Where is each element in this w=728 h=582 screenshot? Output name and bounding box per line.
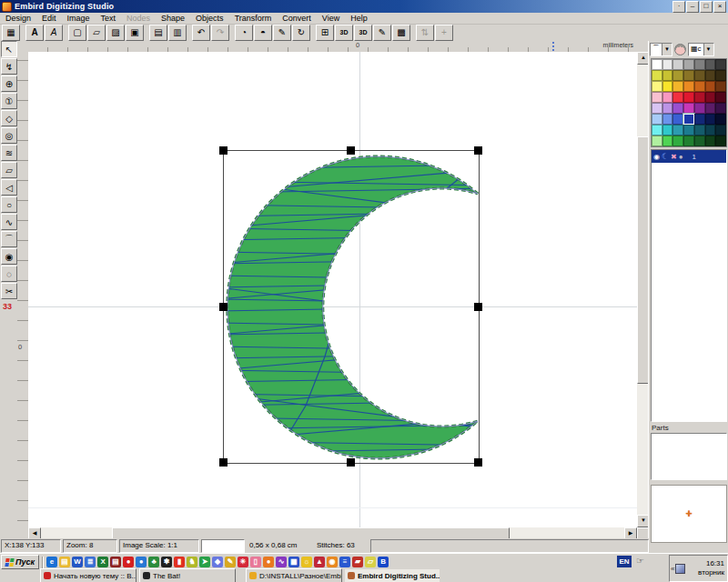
quick-launch-icon[interactable]: W xyxy=(72,557,83,567)
quick-launch-icon[interactable]: ▦ xyxy=(288,557,299,567)
object-layer-list[interactable]: ◉ ☾ ✖ ● 1 xyxy=(651,149,727,422)
color-swatch[interactable] xyxy=(683,70,694,81)
select-tool[interactable]: ↖ xyxy=(1,41,17,57)
vertical-scrollbar[interactable]: ▲ ▼ xyxy=(637,52,648,527)
menu-convert[interactable]: Convert xyxy=(277,13,317,24)
color-swatch[interactable] xyxy=(662,103,673,114)
quick-launch-icon[interactable]: ◉ xyxy=(327,557,338,567)
quick-launch-icon[interactable]: ● xyxy=(263,557,274,567)
color-swatch[interactable] xyxy=(683,81,694,92)
tray-app-icon[interactable] xyxy=(675,564,685,574)
color-swatch[interactable] xyxy=(715,125,726,135)
color-swatch[interactable] xyxy=(672,103,683,114)
color-swatch[interactable] xyxy=(652,114,662,125)
color-swatch[interactable] xyxy=(652,81,662,92)
menu-shape[interactable]: Shape xyxy=(156,13,190,24)
quick-launch-icon[interactable]: ▤ xyxy=(110,557,121,567)
quick-launch-icon[interactable]: ∿ xyxy=(276,557,287,567)
selection-handle[interactable] xyxy=(219,146,228,155)
color-swatch[interactable] xyxy=(652,92,662,103)
quick-launch-icon[interactable]: ▯ xyxy=(250,557,261,567)
color-swatch[interactable] xyxy=(683,92,694,103)
outline-shape-tool[interactable]: ○ xyxy=(1,196,17,213)
quick-launch-icon[interactable]: ✎ xyxy=(225,557,236,567)
quick-launch-icon[interactable]: ≣ xyxy=(85,557,96,567)
menu-design[interactable]: Design xyxy=(0,13,36,24)
menu-view[interactable]: View xyxy=(317,13,345,24)
open-design-button[interactable]: ▱ xyxy=(87,25,106,41)
color-swatch[interactable] xyxy=(705,135,716,146)
color-swatch[interactable] xyxy=(694,81,705,92)
taskbar-window-button[interactable]: D:\INSTALL\Разное\Embird xyxy=(246,568,342,582)
close-button[interactable]: × xyxy=(713,1,726,13)
quick-launch-icon[interactable]: e xyxy=(46,557,57,567)
column-arrow-tool[interactable]: ◁ xyxy=(1,179,17,196)
fill-hatch-tool[interactable]: ≋ xyxy=(1,145,17,161)
menu-image[interactable]: Image xyxy=(62,13,96,24)
menu-objects[interactable]: Objects xyxy=(190,13,229,24)
color-swatch[interactable] xyxy=(705,92,716,103)
taskbar-window-button[interactable]: The Bat! xyxy=(139,568,236,582)
help-button[interactable]: · xyxy=(672,1,685,13)
layer-row-selected[interactable]: ◉ ☾ ✖ ● 1 xyxy=(652,150,726,163)
color-swatch[interactable] xyxy=(672,81,683,92)
color-swatch[interactable] xyxy=(694,59,705,70)
view-3d-stitches-button[interactable]: 3D xyxy=(354,25,372,41)
color-swatch[interactable] xyxy=(672,114,683,125)
window-mode-button[interactable]: ⊞ xyxy=(316,25,334,41)
quick-launch-icon[interactable]: ▮ xyxy=(174,557,185,567)
color-swatch[interactable] xyxy=(705,70,716,81)
zoom-1-1-tool[interactable]: ① xyxy=(1,93,17,109)
parts-list[interactable] xyxy=(651,433,727,480)
regenerate-button[interactable]: ↻ xyxy=(292,25,310,41)
color-swatch[interactable] xyxy=(662,59,673,70)
color-swatch[interactable] xyxy=(672,125,683,135)
text-normal-button[interactable]: A xyxy=(25,25,44,41)
density-edit-button[interactable]: ✎ xyxy=(273,25,291,41)
chevron-down-icon[interactable]: ▼ xyxy=(703,44,713,55)
color-swatch[interactable] xyxy=(694,92,705,103)
color-swatch[interactable] xyxy=(662,114,673,125)
pattern-combo[interactable]: ▦c ▼ xyxy=(688,43,714,56)
satin-stitch-tool[interactable]: ∿ xyxy=(1,214,17,230)
edit-nodes-tool[interactable]: ↯ xyxy=(1,58,17,75)
color-swatch[interactable] xyxy=(705,125,716,135)
color-swatch[interactable] xyxy=(694,70,705,81)
chevron-down-icon[interactable]: ▼ xyxy=(662,44,672,55)
menu-text[interactable]: Text xyxy=(96,13,122,24)
ghost-shape-tool[interactable]: ◌ xyxy=(1,266,17,282)
text-italic-button[interactable]: A xyxy=(45,25,63,41)
view-3d-button[interactable]: 3D xyxy=(335,25,353,41)
selection-handle[interactable] xyxy=(474,303,482,311)
selection-handle[interactable] xyxy=(347,146,355,155)
color-swatch[interactable] xyxy=(652,70,662,81)
color-swatch[interactable] xyxy=(705,59,716,70)
selection-handle[interactable] xyxy=(219,303,228,311)
quick-launch-icon[interactable]: ♞ xyxy=(187,557,197,567)
fill-shape-tool[interactable]: ◇ xyxy=(1,110,17,126)
curve-style-combo[interactable]: ⌒ ▼ xyxy=(650,43,672,56)
color-swatch[interactable] xyxy=(715,92,726,103)
color-swatch[interactable] xyxy=(662,81,673,92)
quick-launch-icon[interactable]: ➤ xyxy=(199,557,210,567)
color-swatch[interactable] xyxy=(672,92,683,103)
quick-launch-icon[interactable]: ✱ xyxy=(161,557,172,567)
color-swatch[interactable] xyxy=(683,59,694,70)
color-swatch[interactable] xyxy=(694,125,705,135)
quick-launch-icon[interactable]: ▱ xyxy=(365,557,376,567)
arc-tool-tool[interactable]: ⌒ xyxy=(1,231,17,247)
color-swatch[interactable] xyxy=(683,114,694,125)
selection-handle[interactable] xyxy=(474,146,482,155)
density-1-button[interactable]: ◔ xyxy=(235,25,253,41)
color-swatch[interactable] xyxy=(715,81,726,92)
color-swatch[interactable] xyxy=(683,125,694,135)
density-2-button[interactable]: ◓ xyxy=(254,25,272,41)
quick-launch-icon[interactable]: ▰ xyxy=(352,557,363,567)
color-swatch[interactable] xyxy=(652,135,662,146)
menu-edit[interactable]: Edit xyxy=(36,13,62,24)
color-swatch[interactable] xyxy=(715,59,726,70)
sew-simulator-button[interactable]: ✎ xyxy=(373,25,391,41)
color-swatch[interactable] xyxy=(652,103,662,114)
color-swatch[interactable] xyxy=(694,114,705,125)
paste-button[interactable]: ▥ xyxy=(168,25,187,41)
